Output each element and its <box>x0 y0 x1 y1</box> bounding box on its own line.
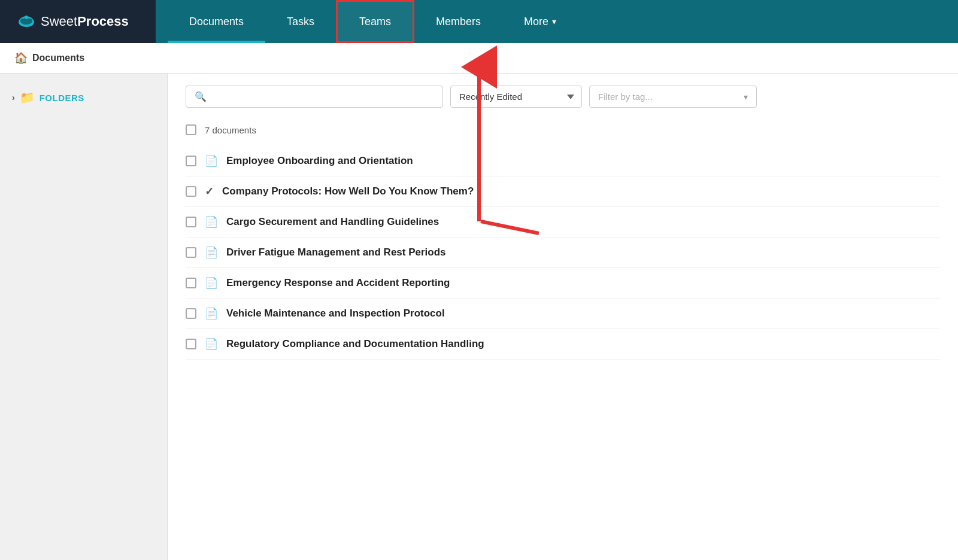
doc-title: Regulatory Compliance and Documentation … <box>226 338 484 350</box>
nav-item-documents[interactable]: Documents <box>168 0 265 43</box>
tag-filter-chevron-icon: ▾ <box>744 92 748 102</box>
search-input[interactable] <box>211 92 434 102</box>
doc-checkbox-7[interactable] <box>186 339 196 349</box>
table-row[interactable]: 📄 Driver Fatigue Management and Rest Per… <box>186 238 940 268</box>
tag-filter[interactable]: Filter by tag... ▾ <box>589 86 757 108</box>
sidebar: › 📁 FOLDERS <box>0 74 168 560</box>
folders-item[interactable]: › 📁 FOLDERS <box>10 86 157 109</box>
document-icon: 📄 <box>205 276 218 290</box>
breadcrumb: 🏠 Documents <box>0 43 958 74</box>
search-box[interactable]: 🔍 <box>186 86 443 108</box>
doc-title: Company Protocols: How Well Do You Know … <box>222 185 474 197</box>
nav-items: Documents Tasks Teams Members More ▾ <box>168 0 578 43</box>
table-row[interactable]: 📄 Employee Onboarding and Orientation <box>186 146 940 176</box>
folders-chevron-icon: › <box>12 93 15 102</box>
folders-label: FOLDERS <box>40 93 84 103</box>
select-all-checkbox[interactable] <box>186 124 196 135</box>
doc-title: Emergency Response and Accident Reportin… <box>226 277 450 289</box>
doc-checkbox-5[interactable] <box>186 278 196 288</box>
document-icon: 📄 <box>205 337 218 351</box>
logo-icon <box>17 11 36 32</box>
main-layout: › 📁 FOLDERS 🔍 Recently Edited A-Z Z-A Re… <box>0 74 958 560</box>
chevron-down-icon: ▾ <box>552 17 556 26</box>
doc-checkbox-1[interactable] <box>186 156 196 166</box>
document-icon: 📄 <box>205 246 218 259</box>
doc-checkbox-3[interactable] <box>186 217 196 227</box>
doc-checkbox-2[interactable] <box>186 186 196 197</box>
logo-area[interactable]: SweetProcess <box>0 0 156 43</box>
nav-item-members[interactable]: Members <box>414 0 502 43</box>
table-row[interactable]: 📄 Emergency Response and Accident Report… <box>186 268 940 299</box>
doc-title: Cargo Securement and Handling Guidelines <box>226 216 439 228</box>
table-row[interactable]: 📄 Regulatory Compliance and Documentatio… <box>186 329 940 360</box>
logo-text: SweetProcess <box>41 14 129 29</box>
document-icon: 📄 <box>205 154 218 168</box>
doc-title: Vehicle Maintenance and Inspection Proto… <box>226 308 445 319</box>
table-row[interactable]: 📄 Cargo Securement and Handling Guidelin… <box>186 207 940 238</box>
doc-title: Driver Fatigue Management and Rest Perio… <box>226 246 446 258</box>
doc-count-text: 7 documents <box>205 125 256 135</box>
table-row[interactable]: ✓ Company Protocols: How Well Do You Kno… <box>186 176 940 207</box>
nav-item-tasks[interactable]: Tasks <box>265 0 336 43</box>
home-icon: 🏠 <box>14 51 28 65</box>
check-icon: ✓ <box>205 185 214 198</box>
table-row[interactable]: 📄 Vehicle Maintenance and Inspection Pro… <box>186 299 940 329</box>
sort-select[interactable]: Recently Edited A-Z Z-A Recently Created <box>450 86 582 108</box>
doc-checkbox-4[interactable] <box>186 247 196 258</box>
navbar: SweetProcess Documents Tasks Teams Membe… <box>0 0 958 43</box>
doc-count-row: 7 documents <box>186 120 940 140</box>
svg-point-2 <box>25 16 28 19</box>
doc-title: Employee Onboarding and Orientation <box>226 155 413 167</box>
tag-filter-placeholder: Filter by tag... <box>598 92 653 102</box>
doc-checkbox-6[interactable] <box>186 308 196 319</box>
nav-item-more[interactable]: More ▾ <box>502 0 578 43</box>
search-icon: 🔍 <box>195 91 207 102</box>
document-icon: 📄 <box>205 307 218 320</box>
doc-list: 📄 Employee Onboarding and Orientation ✓ … <box>186 146 940 360</box>
folder-icon: 📁 <box>20 90 35 105</box>
nav-item-teams[interactable]: Teams <box>336 0 414 43</box>
filters-row: 🔍 Recently Edited A-Z Z-A Recently Creat… <box>186 86 940 108</box>
document-icon: 📄 <box>205 215 218 229</box>
breadcrumb-label: Documents <box>32 53 84 63</box>
content-area: 🔍 Recently Edited A-Z Z-A Recently Creat… <box>168 74 958 560</box>
